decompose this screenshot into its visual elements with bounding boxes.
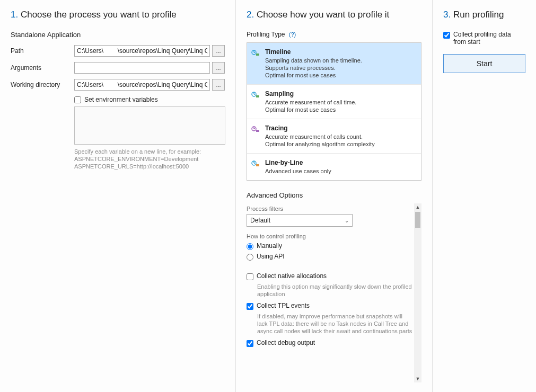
sampling-icon (251, 90, 260, 99)
svg-rect-3 (256, 95, 259, 97)
tpl-desc: If disabled, may improve performance but… (257, 313, 414, 335)
profiling-type-label-text: Profiling Type (247, 31, 285, 38)
svg-rect-5 (256, 130, 259, 132)
scrollbar-thumb[interactable] (415, 212, 420, 228)
radio-manually-label: Manually (257, 242, 282, 250)
profiling-type-label: Profiling Type (?) (247, 31, 421, 38)
heading-1: 1. Choose the process you want to profil… (11, 10, 225, 20)
column-profile-type: 2. Choose how you want to profile it Pro… (236, 0, 433, 392)
standalone-app-heading: Standalone Application (11, 31, 225, 39)
env-vars-checkbox[interactable] (74, 96, 81, 103)
env-vars-hint: Specify each variable on a new line, for… (74, 148, 225, 170)
tpl-label: Collect TPL events (257, 302, 310, 309)
svg-rect-7 (256, 164, 259, 166)
env-vars-check-label: Set environment variables (84, 96, 158, 103)
process-filters-value: Default (250, 217, 270, 224)
profiling-type-help-icon[interactable]: (?) (289, 31, 296, 38)
heading-3: 3. Run profiling (443, 10, 525, 20)
working-directory-label: Working directory (11, 81, 74, 88)
radio-api-label: Using API (257, 253, 285, 260)
debug-output-checkbox[interactable] (247, 340, 253, 347)
start-button-label: Start (477, 59, 493, 68)
scroll-down-arrow-icon[interactable]: ▼ (414, 375, 421, 382)
tracing-icon (251, 124, 260, 133)
heading-1-text: Choose the process you want to profile (21, 10, 177, 20)
path-input[interactable] (74, 45, 210, 57)
start-button[interactable]: Start (443, 54, 525, 73)
column-choose-process: 1. Choose the process you want to profil… (0, 0, 236, 392)
line-by-line-icon (251, 159, 260, 167)
working-directory-input[interactable] (74, 79, 210, 91)
heading-2: 2. Choose how you want to profile it (247, 10, 421, 20)
heading-2-text: Choose how you want to profile it (257, 10, 389, 20)
tpl-checkbox[interactable] (247, 303, 253, 310)
working-directory-browse-button[interactable]: ... (212, 79, 225, 91)
chevron-down-icon: ⌄ (345, 218, 349, 224)
advanced-options-panel: Process filters Default ⌄ How to control… (247, 203, 421, 382)
collect-from-start-checkbox[interactable] (443, 32, 450, 39)
env-hint-line1: Specify each variable on a new line, for… (74, 148, 225, 155)
debug-output-row: Collect debug output (247, 339, 414, 347)
native-alloc-label: Collect native allocations (257, 272, 327, 280)
profiling-type-item[interactable]: TracingAccurate measurement of calls cou… (247, 119, 421, 154)
column-run-profiling: 3. Run profiling Collect profiling data … (433, 0, 536, 392)
profiling-type-title: Tracing (265, 124, 415, 132)
advanced-options-heading: Advanced Options (247, 191, 421, 199)
control-profiling-label: How to control profiling (247, 233, 414, 239)
timeline-icon (251, 48, 260, 57)
heading-3-text: Run profiling (453, 10, 504, 20)
path-label: Path (11, 47, 74, 55)
collect-from-start-label: Collect profiling data from start (453, 31, 525, 46)
arguments-label: Arguments (11, 64, 74, 72)
env-vars-check-row: Set environment variables (74, 96, 225, 103)
debug-output-label: Collect debug output (257, 339, 315, 346)
heading-2-num: 2. (247, 10, 254, 20)
profiling-type-desc: Sampling data shown on the timeline.Supp… (265, 57, 415, 79)
path-browse-button[interactable]: ... (212, 45, 225, 57)
profiling-type-desc: Accurate measurement of call time.Optima… (265, 99, 415, 113)
heading-1-num: 1. (11, 10, 18, 20)
arguments-browse-button[interactable]: ... (212, 62, 225, 74)
arguments-input[interactable] (74, 62, 210, 74)
native-alloc-desc: Enabling this option may significantly s… (257, 283, 414, 298)
path-row: Path ... (11, 45, 225, 57)
tpl-row: Collect TPL events (247, 302, 414, 310)
profiling-type-item[interactable]: Line-by-LineAdvanced use cases only (247, 154, 421, 180)
profiling-type-title: Line-by-Line (265, 159, 415, 166)
env-hint-line3: ASPNETCORE_URLS=http://localhost:5000 (74, 163, 225, 170)
profiling-type-item[interactable]: SamplingAccurate measurement of call tim… (247, 85, 421, 119)
profiling-type-item[interactable]: TimelineSampling data shown on the timel… (247, 43, 421, 85)
profiling-type-desc: Accurate measurement of calls count.Opti… (265, 133, 415, 148)
advanced-scrollbar[interactable]: ▲ ▼ (414, 203, 421, 382)
radio-manually[interactable] (247, 243, 253, 250)
arguments-row: Arguments ... (11, 62, 225, 74)
radio-using-api[interactable] (247, 254, 253, 261)
native-alloc-checkbox[interactable] (247, 273, 253, 280)
profiling-type-title: Timeline (265, 48, 415, 56)
heading-3-num: 3. (443, 10, 451, 20)
native-alloc-row: Collect native allocations (247, 272, 414, 280)
working-directory-row: Working directory ... (11, 79, 225, 91)
svg-rect-1 (256, 54, 259, 56)
scroll-up-arrow-icon[interactable]: ▲ (414, 203, 421, 211)
collect-from-start-row: Collect profiling data from start (443, 31, 525, 46)
env-vars-textarea[interactable] (74, 106, 225, 145)
process-filters-label: Process filters (247, 206, 414, 212)
radio-manually-row: Manually (247, 242, 414, 250)
process-filters-combo[interactable]: Default ⌄ (247, 214, 353, 227)
profiling-type-title: Sampling (265, 90, 415, 97)
profiling-type-list: TimelineSampling data shown on the timel… (247, 42, 421, 181)
env-hint-line2: ASPNETCORE_ENVIRONMENT=Development (74, 155, 225, 163)
radio-api-row: Using API (247, 253, 414, 261)
profiling-type-desc: Advanced use cases only (265, 167, 415, 175)
